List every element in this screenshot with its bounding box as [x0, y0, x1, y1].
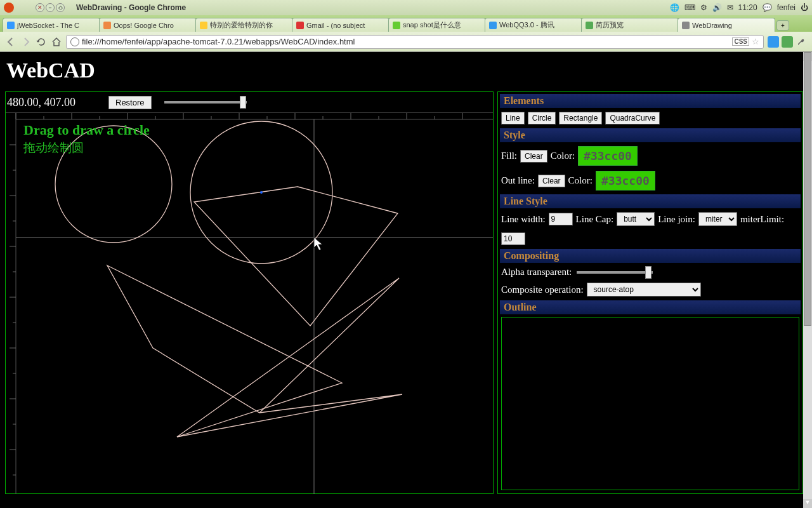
slider-thumb[interactable] [645, 266, 652, 279]
tab-strip: jWebSocket - The C Oops! Google Chro 特别的… [0, 15, 812, 32]
tab-label: 特别的爱给特别的你 [210, 20, 273, 30]
bluetooth-icon[interactable]: ⚙ [700, 3, 707, 12]
hint-english: Drag to draw a circle [23, 122, 150, 138]
os-panel: ✕ − ◇ WebDrawing - Google Chrome 🌐 ⌨ ⚙ 🔊… [0, 0, 812, 15]
tab-label: snap shot是什么意 [403, 20, 461, 30]
page-title: WebCAD [6, 58, 803, 83]
window-buttons: ✕ − ◇ [36, 3, 65, 12]
tab-label: WebDrawing [692, 22, 732, 29]
compositing-header: Compositing [500, 249, 801, 263]
tab-snapshot[interactable]: snap shot是什么意 [388, 18, 486, 32]
maximize-icon[interactable]: ◇ [56, 3, 65, 12]
back-icon[interactable] [5, 36, 16, 48]
extensions [768, 36, 807, 48]
svg-point-37 [260, 191, 263, 194]
canvas-toolbar: 480.00, 407.00 Restore [6, 92, 493, 112]
new-tab-button[interactable]: + [776, 20, 789, 30]
compositing-section: Alpha transparent: Composite operation: … [500, 264, 801, 299]
clock[interactable]: 11:20 [738, 3, 757, 12]
outline-header: Outline [500, 300, 801, 314]
fill-color-input[interactable]: #33cc00 [578, 146, 638, 166]
linestyle-header: Line Style [500, 194, 801, 208]
minimize-icon[interactable]: − [46, 3, 55, 12]
tab-resume[interactable]: 简历预览 [581, 18, 679, 32]
ubuntu-icon[interactable] [4, 3, 14, 13]
miterlimit-input[interactable] [501, 232, 525, 245]
window-title: WebDrawing - Google Chrome [76, 3, 186, 12]
tab-oops[interactable]: Oops! Google Chro [99, 18, 197, 32]
tab-label: WebQQ3.0 - 腾讯 [499, 20, 554, 30]
slider-thumb[interactable] [240, 96, 246, 109]
tab-webqq[interactable]: WebQQ3.0 - 腾讯 [485, 18, 582, 32]
css-badge[interactable]: CSS [732, 37, 749, 46]
linecap-label: Line Cap: [576, 214, 614, 225]
properties-panel: Elements Line Circle Rectangle QuadraCur… [497, 91, 803, 494]
tab-webdrawing[interactable]: WebDrawing [678, 18, 775, 32]
alpha-label: Alpha transparent: [501, 267, 572, 277]
tab-label: Oops! Google Chro [114, 22, 174, 29]
elements-header: Elements [500, 94, 801, 108]
linecap-select[interactable]: butt [617, 212, 655, 226]
elements-section: Line Circle Rectangle QuadraCurve [500, 109, 801, 127]
wrench-icon[interactable] [796, 36, 807, 48]
zoom-slider[interactable] [164, 101, 247, 104]
drawing-canvas[interactable]: Drag to draw a circle 拖动绘制圆 [6, 112, 493, 493]
outline-clear-button[interactable]: Clear [538, 175, 565, 187]
fill-color-label: Color: [551, 150, 575, 161]
linewidth-input[interactable] [549, 213, 573, 225]
tab-label: jWebSocket - The C [17, 22, 79, 29]
line-button[interactable]: Line [501, 112, 525, 124]
linewidth-label: Line width: [501, 214, 546, 225]
style-section: Fill: Clear Color: #33cc00 Out line: Cle… [500, 144, 801, 193]
quadracurve-button[interactable]: QuadraCurve [605, 112, 660, 124]
forward-icon[interactable] [20, 36, 32, 48]
linejoin-select[interactable]: miter [698, 212, 737, 226]
url-input[interactable]: file:///home/fenfei/app/apache-tomcat-7.… [66, 35, 764, 49]
outline-label: Out line: [501, 175, 535, 186]
scroll-down-icon[interactable]: ▼ [803, 499, 812, 508]
network-icon[interactable]: 🌐 [670, 3, 679, 12]
extension-icon[interactable] [768, 36, 779, 48]
canvas-area: 480.00, 407.00 Restore [5, 91, 494, 494]
coordinates: 480.00, 407.00 [7, 96, 102, 109]
composite-op-label: Composite operation: [501, 284, 584, 295]
scrollbar[interactable]: ▲ ▼ [803, 52, 812, 508]
circle-button[interactable]: Circle [528, 112, 556, 124]
miterlimit-label: miterLimit: [740, 214, 784, 225]
page-content: ▲ ▼ WebCAD 480.00, 407.00 Restore [0, 52, 812, 508]
restore-button[interactable]: Restore [108, 96, 152, 109]
volume-icon[interactable]: 🔊 [712, 3, 722, 12]
home-icon[interactable] [51, 36, 62, 48]
outline-color-input[interactable]: #33cc00 [596, 171, 655, 190]
fill-clear-button[interactable]: Clear [520, 150, 547, 163]
user-name[interactable]: fenfei [777, 3, 796, 12]
star-icon[interactable]: ☆ [752, 37, 759, 46]
chat-icon[interactable]: 💬 [763, 3, 772, 12]
outline-preview [501, 317, 799, 490]
fill-label: Fill: [501, 150, 517, 161]
hint-chinese: 拖动绘制圆 [23, 140, 150, 156]
scrollbar-thumb[interactable] [804, 52, 811, 326]
alpha-slider[interactable] [577, 271, 653, 274]
extension-icon[interactable] [782, 36, 793, 48]
style-header: Style [500, 128, 801, 142]
tab-label: 简历预览 [596, 20, 624, 30]
tab-label: Gmail - (no subject [306, 22, 365, 29]
canvas-hint: Drag to draw a circle 拖动绘制圆 [23, 122, 150, 156]
power-icon[interactable]: ⏻ [801, 3, 808, 12]
linejoin-label: Line join: [658, 214, 695, 225]
globe-icon [70, 37, 79, 46]
tab-gmail[interactable]: Gmail - (no subject [292, 18, 390, 32]
linestyle-section: Line width: Line Cap: butt Line join: mi… [500, 210, 801, 248]
address-bar: file:///home/fenfei/app/apache-tomcat-7.… [0, 32, 812, 52]
tab-jwebsocket[interactable]: jWebSocket - The C [3, 18, 100, 32]
reload-icon[interactable] [36, 36, 47, 48]
composite-op-select[interactable]: source-atop [587, 283, 701, 297]
mail-icon[interactable]: ✉ [727, 3, 733, 12]
rectangle-button[interactable]: Rectangle [559, 112, 602, 124]
outline-color-label: Color: [568, 175, 593, 186]
tab-special[interactable]: 特别的爱给特别的你 [195, 18, 293, 32]
close-icon[interactable]: ✕ [36, 3, 44, 12]
system-tray: 🌐 ⌨ ⚙ 🔊 ✉ 11:20 💬 fenfei ⏻ [670, 3, 808, 12]
keyboard-icon[interactable]: ⌨ [684, 3, 695, 12]
